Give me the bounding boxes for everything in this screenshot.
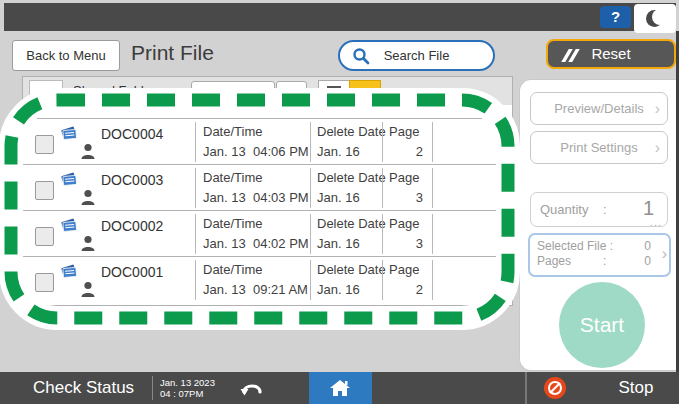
file-checkbox[interactable] [35, 135, 54, 154]
folder-toolbar: Shared Folder [23, 77, 512, 105]
back-arrow-icon[interactable] [238, 379, 266, 401]
file-row[interactable]: DOC0002 Date/Time Jan. 13 04:02 PM Delet… [23, 210, 512, 257]
file-name: DOC0004 [101, 126, 163, 142]
preview-details-label: Preview/Details [554, 101, 644, 116]
file-delete-date: Jan. 16 [317, 236, 360, 251]
file-checkbox[interactable] [35, 227, 54, 246]
pages-colon: : [603, 254, 606, 268]
file-row[interactable]: DOC0003 Date/Time Jan. 13 04:03 PM Delet… [23, 164, 512, 211]
pages-value: 0 [644, 254, 651, 268]
file-time: 04:02 PM [253, 236, 309, 251]
sort-dropdown[interactable] [191, 81, 275, 104]
document-stack-icon [59, 214, 79, 234]
page-label: Page [389, 124, 419, 139]
home-button[interactable] [309, 372, 372, 404]
quantity-field[interactable]: Quantity : 1 ... [530, 192, 668, 227]
page-label: Page [389, 170, 419, 185]
help-button[interactable]: ? [600, 6, 631, 28]
column-divider [195, 214, 196, 254]
stop-button[interactable]: Stop [596, 372, 676, 404]
date-line2: 04 : 07PM [160, 388, 203, 399]
list-view-button[interactable] [318, 80, 350, 105]
preview-details-button[interactable]: Preview/Details › [530, 92, 668, 125]
stop-icon[interactable] [544, 377, 566, 399]
selected-file-label: Selected File : [537, 239, 613, 253]
delete-date-label: Delete Date [317, 170, 386, 185]
file-date: Jan. 13 [203, 190, 246, 205]
action-sidebar: Preview/Details › Print Settings › Quant… [519, 79, 677, 371]
bottom-bar: Check Status Jan. 13 2023 04 : 07PM Stop [0, 372, 679, 404]
divider [152, 376, 153, 400]
date-line1: Jan. 13 2023 [160, 377, 215, 388]
document-stack-icon [59, 260, 79, 280]
file-name: DOC0003 [101, 172, 163, 188]
page-label: Page [389, 262, 419, 277]
document-stack-icon [59, 122, 79, 142]
printer-touchscreen: ? Back to Menu Print File Search File Re… [0, 0, 679, 404]
moon-icon [646, 10, 663, 27]
column-divider [432, 214, 433, 254]
file-date: Jan. 13 [203, 144, 246, 159]
column-divider [432, 168, 433, 208]
pages-label: Pages [537, 254, 571, 268]
file-time: 04:03 PM [253, 190, 309, 205]
toolbar-box[interactable] [276, 81, 307, 104]
file-checkbox[interactable] [35, 181, 54, 200]
column-divider [310, 214, 311, 254]
document-stack-icon [59, 168, 79, 188]
folder-label: Shared Folder [73, 83, 155, 98]
list-icon [327, 86, 341, 98]
start-button[interactable]: Start [559, 282, 645, 368]
file-pages: 2 [383, 144, 423, 159]
date-time-label: Date/Time [203, 262, 262, 277]
user-icon [81, 281, 95, 298]
reset-button[interactable]: Reset [546, 39, 676, 69]
selected-file-summary[interactable]: Selected File : 0 Pages : 0 › [528, 233, 671, 277]
search-file-field[interactable]: Search File [338, 40, 495, 71]
back-to-menu-button[interactable]: Back to Menu [12, 40, 120, 71]
quantity-ellipsis: ... [650, 216, 662, 228]
date-time-label: Date/Time [203, 170, 262, 185]
check-status-button[interactable]: Check Status [33, 372, 134, 404]
column-divider [195, 260, 196, 300]
thumbnail-view-button[interactable] [349, 80, 381, 105]
home-icon [329, 378, 351, 398]
column-divider [310, 122, 311, 162]
file-row[interactable]: DOC0004 Date/Time Jan. 13 04:06 PM Delet… [23, 118, 512, 165]
selected-file-value: 0 [644, 239, 651, 253]
search-placeholder: Search File [340, 42, 493, 69]
reset-label: Reset [548, 41, 674, 67]
date-time-label: Date/Time [203, 124, 262, 139]
file-time: 09:21 AM [253, 282, 308, 297]
file-row[interactable]: DOC0001 Date/Time Jan. 13 09:21 AM Delet… [23, 256, 512, 303]
quantity-colon: : [603, 202, 607, 217]
chevron-right-icon: › [655, 132, 660, 163]
date-time-label: Date/Time [203, 216, 262, 231]
user-icon [81, 189, 95, 206]
page-label: Page [389, 216, 419, 231]
print-settings-button[interactable]: Print Settings › [530, 131, 668, 164]
divider [525, 372, 527, 404]
column-divider [310, 260, 311, 300]
file-delete-date: Jan. 16 [317, 144, 360, 159]
delete-date-label: Delete Date [317, 216, 386, 231]
energy-saver-button[interactable] [634, 4, 676, 33]
file-time: 04:06 PM [253, 144, 309, 159]
chevron-right-icon: › [655, 93, 660, 124]
file-list-panel: Shared Folder DOC0004 Date/Time Jan. 13 … [22, 76, 513, 306]
file-name: DOC0002 [101, 218, 163, 234]
folder-tab[interactable] [29, 80, 63, 105]
file-date: Jan. 13 [203, 282, 246, 297]
chevron-right-icon: › [662, 245, 667, 263]
column-divider [195, 168, 196, 208]
column-divider [310, 168, 311, 208]
page-title: Print File [131, 41, 214, 65]
file-pages: 3 [383, 190, 423, 205]
column-divider [195, 122, 196, 162]
column-divider [432, 122, 433, 162]
file-checkbox[interactable] [35, 273, 54, 292]
column-divider [432, 260, 433, 300]
print-settings-label: Print Settings [560, 140, 637, 155]
file-name: DOC0001 [101, 264, 163, 280]
user-icon [81, 143, 95, 160]
